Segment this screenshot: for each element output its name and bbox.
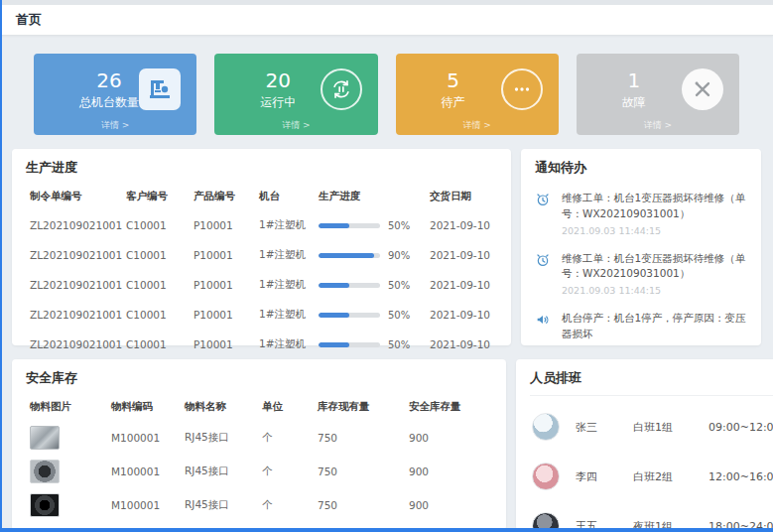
stat-card-total-machines: 26 总机台数量 详情 > <box>34 54 196 135</box>
table-header-row: 制令单编号 客户编号 产品编号 机台 生产进度 交货日期 <box>26 183 497 210</box>
notice-item[interactable]: 维修工单：机台1变压器损坏待维修（单号：WX202109031001） 2021… <box>535 243 747 304</box>
progress-bar <box>319 223 380 228</box>
staff-time: 09:00~12:00 <box>709 421 773 434</box>
notice-item[interactable]: 机台停产：机台1停产，停产原因：变压器损坏 <box>535 303 747 352</box>
progress-bar <box>319 342 380 347</box>
table-row: M100001 RJ45接口 个 750 900 <box>26 455 492 488</box>
waiting-label: 待产 <box>442 94 465 111</box>
production-progress-table: 制令单编号 客户编号 产品编号 机台 生产进度 交货日期 ZL202109021… <box>26 183 497 359</box>
total-machines-detail-link[interactable]: 详情 > <box>34 119 196 132</box>
speaker-icon <box>535 311 553 345</box>
progress-label: 90% <box>388 250 410 261</box>
table-row: ZL202109021001 C10001 P10001 1#注塑机 50% 2… <box>26 210 497 240</box>
running-value: 20 <box>260 68 296 92</box>
progress-label: 50% <box>388 310 410 321</box>
notice-text: 机台停产：机台1停产，停产原因：变压器损坏 <box>562 311 747 342</box>
staff-name: 张三 <box>576 420 633 435</box>
staff-shift: 白班2组 <box>633 469 709 484</box>
machine-icon <box>139 68 181 110</box>
table-header-row: 物料图片 物料编码 物料名称 单位 库存现有量 安全库存量 <box>26 393 492 421</box>
ellipsis-icon <box>501 68 543 110</box>
staff-time: 12:00~16:00 <box>709 470 773 483</box>
stat-card-running: 20 运行中 详情 > <box>214 54 377 135</box>
notice-text: 维修工单：机台1变压器损坏待维修（单号：WX202109031001） <box>562 251 747 283</box>
progress-bar <box>319 313 380 318</box>
production-progress-panel: 生产进度 制令单编号 客户编号 产品编号 机台 生产进度 交货日期 ZL2021… <box>12 149 511 345</box>
total-machines-label: 总机台数量 <box>79 94 139 111</box>
material-image <box>30 460 60 483</box>
safety-stock-table: 物料图片 物料编码 物料名称 单位 库存现有量 安全库存量 M100001 RJ… <box>26 393 492 522</box>
production-progress-title: 生产进度 <box>26 159 497 177</box>
staff-schedule-panel: 人员排班 张三 白班1组 09:00~12:00 李四 白班2组 12:00~1… <box>516 359 773 530</box>
schedule-row: 张三 白班1组 09:00~12:00 <box>530 402 773 452</box>
notice-item[interactable]: 维修工单：机台1变压器损坏待维修（单号：WX202109031001） 2021… <box>535 183 747 243</box>
stat-cards-row: 26 总机台数量 详情 > 20 运行中 <box>34 54 739 135</box>
progress-label: 50% <box>388 220 410 231</box>
staff-shift: 白班1组 <box>633 420 709 435</box>
running-label: 运行中 <box>260 94 296 111</box>
window-bottom-edge <box>0 528 773 532</box>
table-row: ZL202109021001 C10001 P10001 1#注塑机 50% 2… <box>26 330 497 359</box>
repair-tools-icon <box>682 68 723 110</box>
table-row: ZL202109021001 C10001 P10001 1#注塑机 50% 2… <box>26 270 497 300</box>
schedule-row: 李四 白班2组 12:00~16:00 <box>530 452 773 501</box>
stat-card-waiting: 5 待产 详情 > <box>396 54 559 135</box>
staff-name: 李四 <box>576 469 633 484</box>
notice-time: 2021.09.03 11:44:15 <box>562 225 747 236</box>
total-machines-value: 26 <box>79 68 139 92</box>
table-row: M100001 RJ45接口 个 750 900 <box>26 488 492 522</box>
running-sync-icon <box>321 68 362 110</box>
table-row: M100001 RJ45接口 个 750 900 <box>26 421 492 455</box>
fault-value: 1 <box>622 68 646 92</box>
waiting-value: 5 <box>442 68 465 92</box>
material-image <box>30 493 60 517</box>
notice-time: 2021.09.03 11:44:15 <box>562 285 747 296</box>
page-title: 首页 <box>16 11 42 29</box>
progress-bar <box>319 253 380 258</box>
table-row: ZL202109021001 C10001 P10001 1#注塑机 90% 2… <box>26 240 497 270</box>
waiting-detail-link[interactable]: 详情 > <box>396 119 559 132</box>
window-left-edge <box>0 0 2 532</box>
avatar <box>532 413 560 441</box>
material-image <box>30 426 60 450</box>
notices-title: 通知待办 <box>535 159 747 177</box>
alarm-clock-icon <box>535 191 553 236</box>
fault-label: 故障 <box>622 94 646 111</box>
progress-label: 50% <box>388 339 410 350</box>
notice-text: 维修工单：机台1变压器损坏待维修（单号：WX202109031001） <box>562 191 747 222</box>
safety-stock-title: 安全库存 <box>26 369 492 387</box>
staff-schedule-title: 人员排班 <box>530 369 773 396</box>
stat-card-fault: 1 故障 详情 > <box>577 54 739 135</box>
progress-bar <box>319 283 380 288</box>
dashboard-content: 26 总机台数量 详情 > 20 运行中 <box>0 54 773 530</box>
running-detail-link[interactable]: 详情 > <box>214 119 377 132</box>
notices-panel: 通知待办 维修工单：机台1变压器损坏待维修（单号：WX202109031001）… <box>521 149 761 345</box>
alarm-clock-icon <box>535 251 553 297</box>
table-row: ZL202109021001 C10001 P10001 1#注塑机 50% 2… <box>26 300 497 330</box>
page-header: 首页 <box>0 5 773 36</box>
avatar <box>532 463 560 490</box>
fault-detail-link[interactable]: 详情 > <box>577 119 739 132</box>
safety-stock-panel: 安全库存 物料图片 物料编码 物料名称 单位 库存现有量 安全库存量 M <box>12 359 506 530</box>
progress-label: 50% <box>388 280 410 291</box>
